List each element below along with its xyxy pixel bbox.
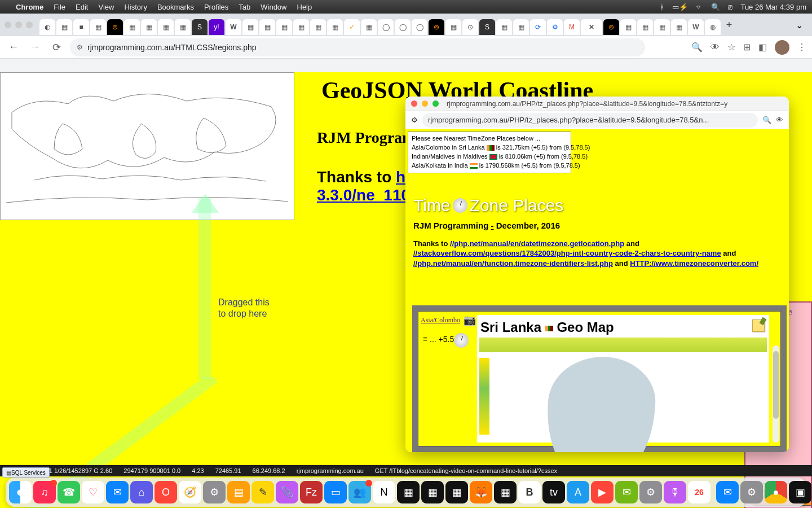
thanks-link[interactable]: //php.net/manual/en/function.timezone-id… <box>413 259 613 268</box>
address-bar[interactable]: ⚙ rjmprogramming.com.au/HTMLCSS/regions.… <box>70 38 645 56</box>
browser-tab[interactable]: W <box>226 19 241 35</box>
browser-tab[interactable]: ▦ <box>671 19 687 35</box>
dock-app-icon[interactable]: ▭ <box>324 481 347 503</box>
dock-app-icon[interactable]: ▦ <box>421 481 444 503</box>
popup-address-bar[interactable]: rjmprogramming.com.au/PHP/tz_places.php?… <box>422 113 758 128</box>
popup-minimize-icon[interactable] <box>422 100 428 107</box>
menubar-clock[interactable]: Tue 26 Mar 4:39 pm <box>740 3 806 11</box>
browser-tab[interactable]: ▦ <box>158 19 174 35</box>
extensions-icon[interactable]: ⊞ <box>743 42 751 52</box>
browser-tab[interactable]: ▦ <box>327 19 343 35</box>
bookmark-star-icon[interactable]: ☆ <box>727 42 735 52</box>
browser-tab[interactable]: ▦ <box>141 19 157 35</box>
side-panel-icon[interactable]: ◧ <box>758 42 767 52</box>
browser-tab[interactable]: y! <box>209 19 224 35</box>
menu-view[interactable]: View <box>98 3 114 11</box>
browser-tab[interactable]: ◐ <box>39 19 55 35</box>
browser-tab[interactable]: ▦ <box>56 19 72 35</box>
menu-tab[interactable]: Tab <box>239 3 250 11</box>
menu-help[interactable]: Help <box>297 3 312 11</box>
browser-tab[interactable]: ⟳ <box>530 19 546 35</box>
calendar-icon[interactable]: 26 <box>688 481 710 503</box>
browser-tab[interactable]: ✓ <box>344 19 360 35</box>
dock-app-icon[interactable]: 🦊 <box>470 481 492 503</box>
new-tab-button[interactable]: + <box>722 17 736 32</box>
bluetooth-icon[interactable]: ᚼ <box>660 3 664 11</box>
finder-icon[interactable]: ☻ <box>9 481 32 503</box>
menu-edit[interactable]: Edit <box>76 3 88 11</box>
spotlight-icon[interactable]: 🔍 <box>711 3 720 11</box>
back-button[interactable]: ← <box>6 40 21 55</box>
popup-eye-icon[interactable]: 👁 <box>776 116 783 124</box>
browser-tab[interactable]: ▦ <box>513 19 529 35</box>
close-window-icon[interactable] <box>5 21 11 28</box>
dock-app-icon[interactable]: tv <box>542 481 565 503</box>
dock-app-icon[interactable]: ✉ <box>615 481 638 503</box>
dock-app-icon[interactable]: 📎 <box>276 481 298 503</box>
dock-app-icon[interactable]: ⚙ <box>740 481 763 503</box>
menu-profiles[interactable]: Profiles <box>204 3 228 11</box>
browser-tab[interactable]: S <box>192 19 208 35</box>
dock-app-icon[interactable]: Fz <box>300 481 323 503</box>
dock-app-icon[interactable]: A <box>567 481 589 503</box>
profile-avatar[interactable] <box>775 40 789 55</box>
browser-tab[interactable]: ◯ <box>412 19 427 35</box>
site-info-icon[interactable]: ⚙ <box>77 43 83 51</box>
browser-tab[interactable]: ⊚ <box>603 19 619 35</box>
minimize-window-icon[interactable] <box>15 21 22 28</box>
eye-icon[interactable]: 👁 <box>710 42 720 52</box>
dock-app-icon[interactable]: ▣ <box>789 481 811 503</box>
popup-site-info-icon[interactable]: ⚙ <box>411 116 418 124</box>
browser-tab[interactable]: ▦ <box>445 19 461 35</box>
browser-tab[interactable]: ■ <box>73 19 89 35</box>
popup-zoom-icon[interactable] <box>433 100 439 107</box>
battery-icon[interactable]: ▭⚡ <box>672 3 688 11</box>
dock-app-icon[interactable]: ♫ <box>33 481 56 503</box>
dock-app-icon[interactable]: ☎ <box>58 481 80 503</box>
browser-tab[interactable]: ▦ <box>620 19 636 35</box>
sql-services-chip[interactable]: ▤ SQL Services <box>2 467 50 478</box>
browser-tab[interactable]: S <box>479 19 495 35</box>
dock-app-icon[interactable]: ♡ <box>82 481 104 503</box>
browser-tab[interactable]: ▦ <box>654 19 670 35</box>
browser-tab[interactable]: ▦ <box>361 19 377 35</box>
browser-tab[interactable]: ⚙ <box>547 19 563 35</box>
browser-tab[interactable]: ◯ <box>395 19 411 35</box>
dock-app-icon[interactable]: 👥 <box>348 481 371 503</box>
dock-app-icon[interactable]: 🧭 <box>179 481 201 503</box>
thanks-link[interactable]: HTTP://www.timezoneconverter.com/ <box>630 259 758 268</box>
wifi-icon[interactable]: ᯤ <box>696 3 703 11</box>
popup-zoom-icon2[interactable]: 🔍 <box>762 116 771 124</box>
popup-close-icon[interactable] <box>411 100 417 107</box>
browser-tab[interactable]: ▦ <box>90 19 106 35</box>
browser-tab[interactable]: W <box>688 19 704 35</box>
popup-titlebar[interactable]: rjmprogramming.com.au/PHP/tz_places.php?… <box>405 97 789 111</box>
chrome-menu-icon[interactable]: ⋮ <box>797 42 806 52</box>
browser-tab[interactable]: ⊚ <box>429 19 444 35</box>
world-map-image[interactable] <box>0 72 294 220</box>
dock-app-icon[interactable]: ▦ <box>397 481 420 503</box>
forward-button[interactable]: → <box>27 40 43 55</box>
browser-tab[interactable]: ⊚ <box>107 19 123 35</box>
dock-app-icon[interactable]: ✎ <box>251 481 274 503</box>
menu-window[interactable]: Window <box>261 3 286 11</box>
tab-overflow-button[interactable]: ⌄ <box>791 17 807 33</box>
scrollbar-thumb[interactable] <box>773 351 779 419</box>
zoom-icon[interactable]: 🔍 <box>691 42 703 52</box>
menu-file[interactable]: File <box>54 3 65 11</box>
inner-scrollbar[interactable] <box>773 345 779 443</box>
dock-app-icon[interactable]: ⌂ <box>130 481 153 503</box>
menu-history[interactable]: History <box>124 3 147 11</box>
dock-app-icon[interactable]: ▦ <box>494 481 517 503</box>
browser-tab[interactable]: ▦ <box>259 19 275 35</box>
thanks-link[interactable]: //php.net/manual/en/datetimezone.getloca… <box>450 239 624 248</box>
thanks-link[interactable]: //stackoverflow.com/questions/17842003/p… <box>413 249 721 257</box>
control-center-icon[interactable]: ⎚ <box>728 3 732 11</box>
browser-tab[interactable]: ▦ <box>242 19 258 35</box>
browser-tab[interactable]: ▦ <box>124 19 140 35</box>
dock-app-icon[interactable]: ✉ <box>716 481 739 503</box>
browser-tab[interactable]: ▦ <box>496 19 512 35</box>
zoom-window-icon[interactable] <box>26 21 33 28</box>
dock-app-icon[interactable]: ▦ <box>445 481 468 503</box>
dock-app-icon[interactable]: O <box>155 481 177 503</box>
